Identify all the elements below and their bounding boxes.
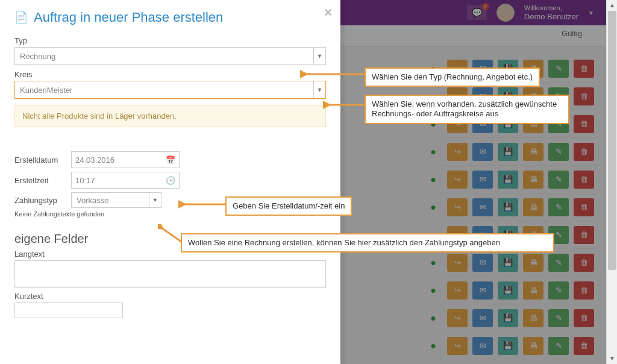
modal-title-text: Auftrag in neuer Phase erstellen [34,10,223,25]
annotation-typ: Wählen Sie den Typ (Rechnung, Angebot et… [365,67,540,87]
calendar-icon[interactable]: 📅 [166,155,175,165]
label-erstellzeit: Erstellzeit [14,176,69,185]
kreis-select[interactable]: KundenMeister ▼ [14,81,326,99]
chevron-down-icon: ▼ [313,81,325,98]
scroll-down-icon[interactable]: ▼ [607,353,617,364]
zahlungstyp-value: Vorkasse [77,196,108,205]
modal-title: 📄 Auftrag in neuer Phase erstellen [14,10,326,25]
typ-select[interactable]: Rechnung ▼ [14,47,326,65]
scroll-thumb[interactable] [608,11,616,270]
annotation-datum: Geben Sie Erstelldatum/-zeit ein [225,196,352,216]
svg-line-3 [161,228,182,242]
create-order-modal: × 📄 Auftrag in neuer Phase erstellen Typ… [0,0,340,364]
annotation-arrow [178,198,227,211]
annotation-arrow [158,224,183,245]
label-erstelldatum: Erstelldatum [14,155,69,165]
typ-value: Rechnung [20,52,55,61]
annotation-arrow [323,98,366,111]
zahlungstyp-select[interactable]: Vorkasse ▼ [71,192,161,208]
langtext-input[interactable] [14,260,326,288]
kurztext-input[interactable] [14,303,123,318]
erstellzeit-value: 10:17 [75,176,95,185]
erstelldatum-input[interactable]: 24.03.2016 📅 [71,151,180,168]
clock-icon[interactable]: 🕒 [166,176,175,185]
warning-box: Nicht alle Produkte sind in Läger vorhan… [14,105,326,127]
annotation-arrow [300,67,366,81]
scrollbar[interactable]: ▲ ▼ [606,0,617,364]
label-zahlungstyp: Zahlungstyp [14,196,69,205]
annotation-kreis: Wählen Sie, wenn vorhanden, zusätzlich g… [365,95,569,124]
kreis-value: KundenMeister [20,86,72,95]
chevron-down-icon: ▼ [149,193,161,207]
close-icon[interactable]: × [324,5,332,20]
document-icon: 📄 [14,11,28,24]
erstelldatum-value: 24.03.2016 [75,155,114,165]
label-kurztext: Kurztext [14,292,326,301]
warning-text: Nicht alle Produkte sind in Läger vorhan… [22,111,177,121]
label-kreis: Kreis [14,70,326,79]
erstellzeit-input[interactable]: 10:17 🕒 [71,172,180,189]
chevron-down-icon: ▼ [313,48,325,64]
label-typ: Typ [14,36,326,45]
scroll-up-icon[interactable]: ▲ [607,0,617,11]
annotation-zahlung: Wollen Sie eine Rechnung erstellen, könn… [181,233,554,253]
